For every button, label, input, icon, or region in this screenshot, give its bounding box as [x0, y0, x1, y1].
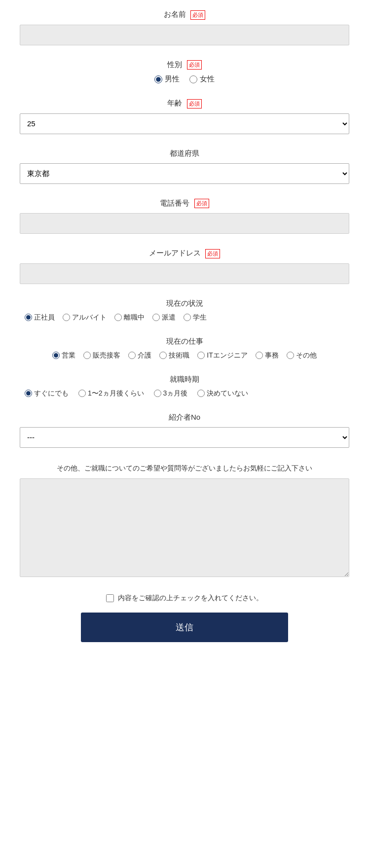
name-input[interactable]	[20, 25, 349, 45]
job-office-label: 事務	[265, 351, 279, 360]
job-other-label: その他	[296, 351, 317, 360]
status-parttime-radio[interactable]	[63, 314, 70, 321]
job-it-option[interactable]: ITエンジニア	[197, 351, 247, 360]
phone-label: 電話番号 必須	[20, 199, 349, 209]
job-technical-radio[interactable]	[159, 352, 167, 359]
status-student-label: 学生	[193, 313, 207, 322]
status-fulltime-radio[interactable]	[25, 314, 32, 321]
status-unemployed-label: 離職中	[124, 313, 145, 322]
timing-3months-label: 3ヵ月後	[163, 389, 188, 398]
prefecture-label: 都道府県	[20, 149, 349, 158]
prefecture-select[interactable]: 東京都 北海道 青森県 岩手県 宮城県 大阪府 愛知県 福岡県	[20, 163, 349, 184]
status-fulltime-option[interactable]: 正社員	[25, 313, 55, 322]
job-it-label: ITエンジニア	[207, 351, 247, 360]
gender-male-radio[interactable]	[154, 75, 162, 83]
status-student-radio[interactable]	[184, 314, 191, 321]
job-care-radio[interactable]	[128, 352, 136, 359]
status-fulltime-label: 正社員	[34, 313, 55, 322]
job-other-option[interactable]: その他	[287, 351, 317, 360]
phone-input[interactable]	[20, 213, 349, 234]
timing-1to2months-radio[interactable]	[78, 390, 86, 397]
gender-required-badge: 必須	[187, 60, 202, 70]
gender-male-option[interactable]: 男性	[154, 74, 180, 84]
current-status-label: 現在の状況	[20, 299, 349, 308]
status-dispatch-label: 派遣	[162, 313, 176, 322]
job-care-option[interactable]: 介護	[128, 351, 151, 360]
timing-undecided-radio[interactable]	[197, 390, 205, 397]
gender-female-radio[interactable]	[189, 75, 197, 83]
status-unemployed-radio[interactable]	[114, 314, 122, 321]
status-unemployed-option[interactable]: 離職中	[114, 313, 145, 322]
notes-label: その他、ご就職についてのご希望や質問等がございましたらお気軽にご記入下さい	[20, 463, 349, 473]
job-technical-label: 技術職	[169, 351, 189, 360]
timing-3months-radio[interactable]	[154, 390, 161, 397]
timing-3months-option[interactable]: 3ヵ月後	[154, 389, 188, 398]
job-technical-option[interactable]: 技術職	[159, 351, 189, 360]
phone-required-badge: 必須	[194, 199, 209, 208]
timing-radio-group: すぐにでも 1〜2ヵ月後くらい 3ヵ月後 決めていない	[20, 389, 349, 398]
status-dispatch-radio[interactable]	[152, 314, 160, 321]
submit-button[interactable]: 送信	[81, 613, 288, 642]
confirm-checkbox[interactable]	[106, 594, 114, 602]
job-sales-label: 営業	[62, 351, 75, 360]
job-other-radio[interactable]	[287, 352, 294, 359]
job-sales-option[interactable]: 営業	[52, 351, 75, 360]
name-required-badge: 必須	[190, 10, 205, 20]
status-dispatch-option[interactable]: 派遣	[152, 313, 176, 322]
age-required-badge: 必須	[187, 99, 202, 108]
status-parttime-option[interactable]: アルバイト	[63, 313, 107, 322]
job-care-label: 介護	[138, 351, 151, 360]
gender-label: 性別 必須	[20, 60, 349, 70]
job-it-radio[interactable]	[197, 352, 205, 359]
timing-undecided-option[interactable]: 決めていない	[197, 389, 248, 398]
status-parttime-label: アルバイト	[72, 313, 107, 322]
job-office-option[interactable]: 事務	[256, 351, 279, 360]
referrer-label: 紹介者No	[20, 413, 349, 422]
name-label: お名前 必須	[20, 10, 349, 20]
email-input[interactable]	[20, 263, 349, 284]
gender-female-label: 女性	[200, 74, 215, 84]
timing-1to2months-option[interactable]: 1〜2ヵ月後くらい	[78, 389, 144, 398]
confirm-row: 内容をご確認の上チェックを入れてください。	[20, 594, 349, 603]
email-required-badge: 必須	[205, 249, 220, 258]
email-label: メールアドレス 必須	[20, 249, 349, 258]
referrer-select[interactable]: ---	[20, 427, 349, 448]
gender-female-option[interactable]: 女性	[189, 74, 215, 84]
gender-male-label: 男性	[165, 74, 180, 84]
timing-1to2months-label: 1〜2ヵ月後くらい	[88, 389, 144, 398]
timing-undecided-label: 決めていない	[207, 389, 248, 398]
job-radio-group: 営業 販売接客 介護 技術職 ITエンジニア 事務	[20, 351, 349, 360]
timing-immediately-radio[interactable]	[25, 390, 32, 397]
timing-immediately-option[interactable]: すぐにでも	[25, 389, 69, 398]
age-label: 年齢 必須	[20, 99, 349, 108]
job-retail-label: 販売接客	[93, 351, 120, 360]
job-sales-radio[interactable]	[52, 352, 60, 359]
notes-textarea[interactable]	[20, 478, 349, 577]
timing-label: 就職時期	[20, 375, 349, 384]
job-office-radio[interactable]	[256, 352, 263, 359]
job-retail-radio[interactable]	[83, 352, 91, 359]
confirm-label[interactable]: 内容をご確認の上チェックを入れてください。	[118, 594, 263, 603]
current-job-label: 現在の仕事	[20, 337, 349, 346]
timing-immediately-label: すぐにでも	[34, 389, 69, 398]
status-student-option[interactable]: 学生	[184, 313, 207, 322]
age-select[interactable]: 25 18 19 20 21 22 23 24 26 27 28 29 30	[20, 113, 349, 134]
gender-radio-group: 男性 女性	[20, 74, 349, 84]
job-retail-option[interactable]: 販売接客	[83, 351, 120, 360]
status-radio-group: 正社員 アルバイト 離職中 派遣 学生	[20, 313, 349, 322]
